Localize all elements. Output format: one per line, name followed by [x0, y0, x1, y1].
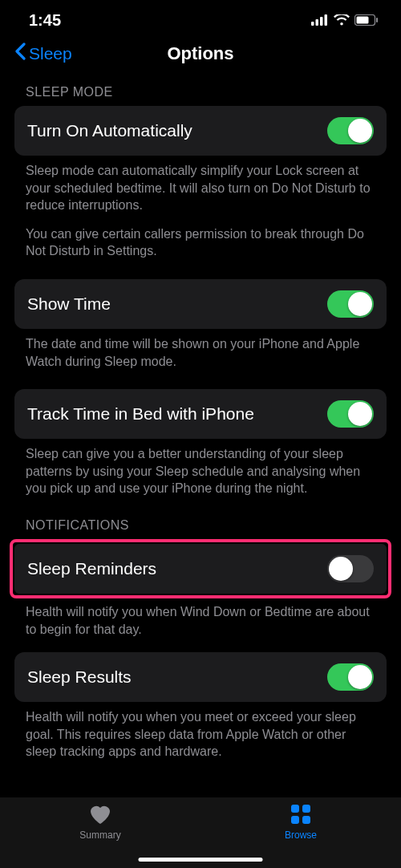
status-indicators: [311, 11, 379, 30]
tab-label: Summary: [79, 829, 120, 841]
svg-rect-10: [302, 816, 310, 824]
cell-label: Track Time in Bed with iPhone: [27, 404, 254, 424]
section-header-notifications: NOTIFICATIONS: [14, 518, 387, 533]
footer-track: Sleep can give you a better understandin…: [14, 439, 387, 497]
toggle-sleep-reminders[interactable]: [327, 555, 374, 582]
toggle-show-time[interactable]: [327, 290, 374, 318]
cell-track-time-in-bed[interactable]: Track Time in Bed with iPhone: [14, 389, 387, 439]
cell-label: Show Time: [27, 294, 111, 314]
content: SLEEP MODE Turn On Automatically Sleep m…: [0, 85, 401, 761]
cell-turn-on-automatically[interactable]: Turn On Automatically: [14, 106, 387, 156]
svg-rect-8: [302, 805, 310, 813]
home-indicator[interactable]: [139, 858, 263, 862]
footer-results: Health will notify you when you meet or …: [14, 702, 387, 761]
svg-rect-3: [325, 14, 328, 26]
svg-rect-6: [376, 18, 378, 22]
cell-label: Turn On Automatically: [27, 121, 192, 140]
heart-icon: [88, 804, 112, 827]
svg-rect-7: [291, 805, 299, 813]
cell-sleep-reminders[interactable]: Sleep Reminders: [14, 544, 387, 594]
svg-rect-5: [357, 17, 369, 24]
cell-show-time[interactable]: Show Time: [14, 279, 387, 329]
section-header-sleep-mode: SLEEP MODE: [14, 85, 387, 99]
toggle-sleep-results[interactable]: [327, 663, 374, 691]
cell-label: Sleep Results: [27, 667, 132, 687]
back-button[interactable]: Sleep: [14, 43, 72, 64]
svg-rect-1: [316, 19, 319, 26]
nav-bar: Sleep Options: [0, 34, 401, 71]
battery-icon: [354, 11, 379, 30]
wifi-icon: [334, 11, 350, 30]
svg-rect-2: [320, 17, 323, 26]
footer-show-time: The date and time will be shown on your …: [14, 329, 387, 370]
cell-label: Sleep Reminders: [27, 559, 156, 578]
grid-icon: [290, 804, 311, 827]
back-label: Sleep: [29, 44, 72, 63]
status-time: 1:45: [29, 11, 61, 30]
status-bar: 1:45: [0, 0, 401, 34]
cellular-icon: [311, 11, 329, 30]
chevron-left-icon: [14, 43, 26, 64]
footer-reminders: Health will notify you when Wind Down or…: [14, 597, 387, 638]
svg-rect-0: [311, 22, 314, 26]
toggle-turn-on-automatically[interactable]: [327, 117, 374, 144]
cell-sleep-results[interactable]: Sleep Results: [14, 652, 387, 702]
tab-label: Browse: [285, 829, 317, 841]
footer-auto: Sleep mode can automatically simplify yo…: [14, 156, 387, 260]
highlight-sleep-reminders: Sleep Reminders: [10, 539, 391, 598]
svg-rect-9: [291, 816, 299, 824]
toggle-track-time-in-bed[interactable]: [327, 400, 374, 428]
